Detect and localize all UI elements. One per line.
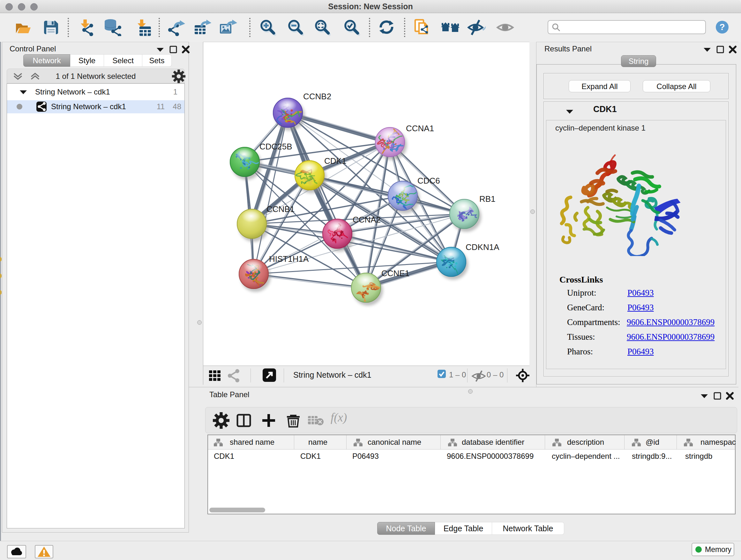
svg-text:CDK1: CDK1 (324, 156, 346, 166)
svg-text:CDC6: CDC6 (417, 176, 440, 186)
svg-text:CCNE1: CCNE1 (381, 268, 409, 278)
svg-text:CDKN1A: CDKN1A (466, 242, 499, 252)
svg-text:CCNB1: CCNB1 (266, 204, 294, 214)
svg-text:CDC25B: CDC25B (259, 142, 292, 151)
svg-text:CCNA1: CCNA1 (406, 124, 434, 133)
svg-text:CCNB2: CCNB2 (303, 91, 331, 101)
svg-text:CCNA2: CCNA2 (353, 215, 381, 225)
svg-text:RB1: RB1 (479, 194, 495, 204)
svg-text:HIST1H1A: HIST1H1A (269, 254, 309, 264)
